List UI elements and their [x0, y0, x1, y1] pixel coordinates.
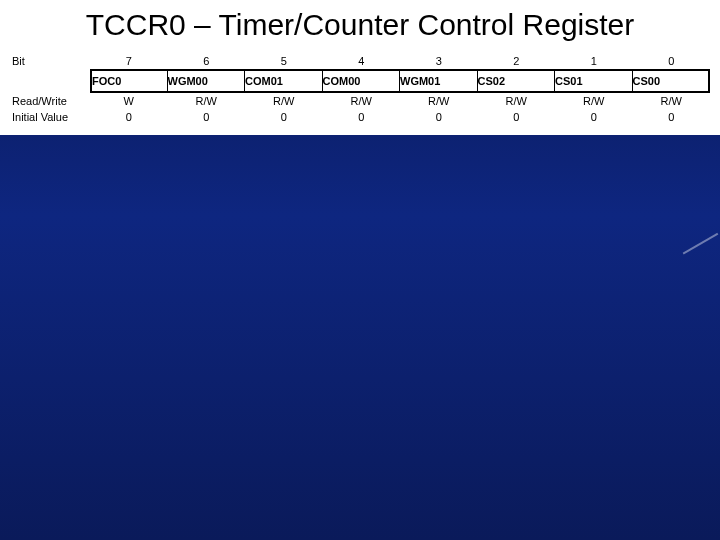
title-bar: TCCR0 – Timer/Counter Control Register	[0, 0, 720, 49]
bit-num: 1	[555, 53, 633, 69]
rw-cell: R/W	[555, 93, 633, 109]
bit-name-cell: FOC0	[90, 69, 168, 93]
bit-num: 3	[400, 53, 478, 69]
init-cell: 0	[323, 109, 401, 125]
rw-cell: R/W	[478, 93, 556, 109]
bit-num: 5	[245, 53, 323, 69]
init-cell: 0	[633, 109, 711, 125]
init-cell: 0	[478, 109, 556, 125]
bit-num: 0	[633, 53, 711, 69]
row-label-initial: Initial Value	[10, 111, 90, 123]
register-diagram: Bit 7 6 5 4 3 2 1 0 FOC0 WGM00 COM01 COM…	[0, 49, 720, 135]
rw-cell: R/W	[323, 93, 401, 109]
bit-name-cell: WGM01	[400, 69, 478, 93]
bit-name-cell: CS01	[555, 69, 633, 93]
decorative-line-icon	[683, 233, 720, 288]
bit-name-cell: COM01	[245, 69, 323, 93]
row-label-bit: Bit	[10, 55, 90, 67]
bit-num: 2	[478, 53, 556, 69]
init-cell: 0	[555, 109, 633, 125]
init-cell: 0	[168, 109, 246, 125]
bit-name-cell: CS00	[633, 69, 711, 93]
rw-cell: R/W	[633, 93, 711, 109]
init-cell: 0	[245, 109, 323, 125]
bit-num: 4	[323, 53, 401, 69]
rw-cell: R/W	[245, 93, 323, 109]
bit-name-cell: CS02	[478, 69, 556, 93]
page-title: TCCR0 – Timer/Counter Control Register	[10, 8, 710, 43]
rw-cell: R/W	[400, 93, 478, 109]
rw-cell: R/W	[168, 93, 246, 109]
rw-cell: W	[90, 93, 168, 109]
bit-num: 6	[168, 53, 246, 69]
row-label-rw: Read/Write	[10, 95, 90, 107]
bit-name-cell: WGM00	[168, 69, 246, 93]
bit-num: 7	[90, 53, 168, 69]
bit-name-cell: COM00	[323, 69, 401, 93]
init-cell: 0	[400, 109, 478, 125]
init-cell: 0	[90, 109, 168, 125]
